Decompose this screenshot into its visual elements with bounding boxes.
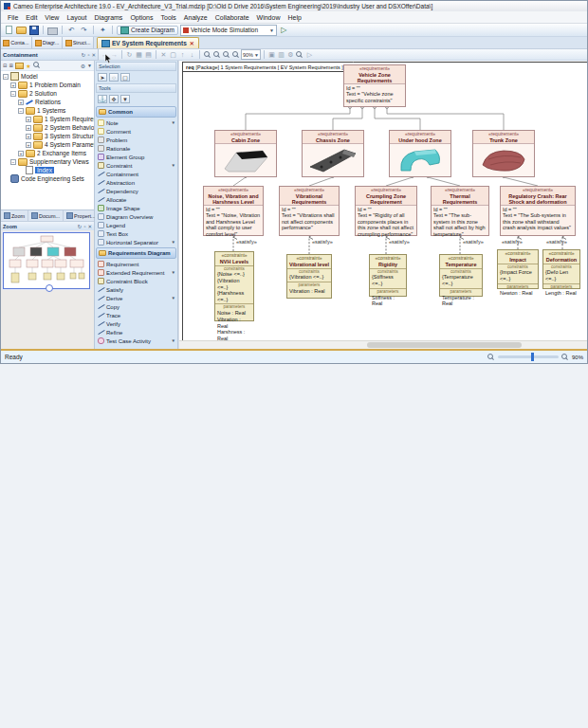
folder-icon[interactable] xyxy=(15,63,24,69)
undo-icon[interactable]: ↶ xyxy=(66,26,77,35)
req-box-vehicle-zone[interactable]: «requirement»Vehicle Zone Requirements I… xyxy=(343,64,406,107)
zoom-slider[interactable] xyxy=(498,355,559,358)
move-up-icon[interactable]: ↑ xyxy=(178,50,187,60)
toolbox-item[interactable]: Extended Requirement ▼ xyxy=(96,268,176,277)
zoom-viewport[interactable] xyxy=(3,232,90,289)
move-down-icon[interactable]: ↓ xyxy=(188,50,196,60)
req-box-under-hood-zone[interactable]: «requirement»Under hood Zone xyxy=(389,130,451,177)
side-bottom-tab[interactable]: Docum... xyxy=(28,210,64,221)
search-icon[interactable] xyxy=(296,50,304,60)
zoom-out-icon[interactable] xyxy=(212,50,221,60)
left-panel-tab[interactable]: Diagr... xyxy=(32,37,64,48)
redo-icon[interactable]: ↷ xyxy=(79,26,89,35)
toolbox-item[interactable]: ▼ ▼ xyxy=(96,345,176,349)
toolbox-item[interactable]: Note ▼ xyxy=(96,118,176,127)
select-cursor-tool[interactable]: ➤ xyxy=(98,73,107,82)
close-icon[interactable]: ✕ xyxy=(87,224,92,229)
tree-item[interactable]: Model xyxy=(1,72,94,81)
satisfy-label[interactable]: «satisfy» xyxy=(502,239,523,245)
toolbox-item[interactable]: Requirement ▼ xyxy=(96,260,176,268)
req-box-chassis-zone[interactable]: «requirement»Chassis Zone xyxy=(302,130,364,177)
tree-item[interactable]: 2 System Behavior xyxy=(1,123,94,132)
filter-tool[interactable]: ▼ xyxy=(120,95,130,103)
expand-toggle-icon[interactable] xyxy=(18,151,24,156)
toolbox-item[interactable]: Horizontal Separator ▼ xyxy=(96,238,176,246)
toolbox-item[interactable]: Legend ▼ xyxy=(96,221,176,229)
pin-icon[interactable]: ▫ xyxy=(83,224,85,229)
toolbox-item[interactable]: Allocate ▼ xyxy=(96,195,176,204)
pan-tool[interactable]: ✥ xyxy=(109,95,119,103)
expand-toggle-icon[interactable] xyxy=(3,176,9,182)
tree-item[interactable]: Index xyxy=(1,166,94,174)
favorites-icon[interactable]: ★ xyxy=(26,63,30,69)
menu-item[interactable]: View xyxy=(41,13,63,22)
satisfy-label[interactable]: «satisfy» xyxy=(546,239,567,245)
chevron-down-icon[interactable]: ▼ xyxy=(87,63,92,68)
close-icon[interactable]: ✕ xyxy=(91,52,96,58)
toolbox-item[interactable]: Dependency ▼ xyxy=(96,187,176,195)
toolbox-item[interactable]: Verify ▼ xyxy=(96,319,176,328)
toolbox-item[interactable]: Satisfy ▼ xyxy=(96,285,176,294)
constraint-box-vibrational-level[interactable]: «constraint»Vibrational level constraint… xyxy=(286,254,332,299)
gear-icon[interactable]: ⚙ xyxy=(81,63,85,69)
req-box-vibrational[interactable]: «requirement»Vibrational Requirements Id… xyxy=(279,186,340,236)
grid-icon[interactable]: ▦ xyxy=(135,50,143,60)
zoom-fit-icon[interactable] xyxy=(222,50,230,60)
collapse-all-icon[interactable]: ⊟ xyxy=(3,63,8,68)
toolbox-item[interactable]: Text Box ▼ xyxy=(96,229,176,238)
new-project-icon[interactable] xyxy=(4,26,14,35)
lasso-tool[interactable]: ◌ xyxy=(109,73,119,82)
menu-item[interactable]: Collaborate xyxy=(211,13,253,22)
toolbox-item[interactable]: Constraint ▼ xyxy=(96,161,176,170)
expand-toggle-icon[interactable] xyxy=(26,117,31,122)
toolbox-item[interactable]: Copy ▼ xyxy=(96,302,176,311)
zoom-level-select[interactable]: 90%▼ xyxy=(241,49,261,60)
toolbox-item[interactable]: Constraint Block ▼ xyxy=(96,277,176,285)
req-box-crumpling[interactable]: «requirement»Crumpling Zone Requirement … xyxy=(355,186,417,236)
open-project-icon[interactable] xyxy=(16,26,27,35)
expand-toggle-icon[interactable] xyxy=(26,134,31,139)
expand-toggle-icon[interactable] xyxy=(3,74,9,80)
constraint-box-temperature[interactable]: «constraint»Temperature constraints {Tem… xyxy=(439,254,483,297)
menu-item[interactable]: Options xyxy=(126,13,156,22)
search-icon[interactable] xyxy=(33,62,41,69)
tree-item[interactable]: 1 System Requirements xyxy=(1,115,94,123)
expand-toggle-icon[interactable] xyxy=(26,125,31,131)
layers-icon[interactable]: ▤ xyxy=(144,50,153,60)
left-panel-tab[interactable]: Struct... xyxy=(63,37,94,48)
tree-item[interactable]: 1 Systems xyxy=(1,106,94,115)
scrollbar-thumb[interactable] xyxy=(367,342,522,348)
zoom-out-icon[interactable] xyxy=(487,354,495,361)
satisfy-label[interactable]: «satisfy» xyxy=(312,239,333,245)
sticky-tool[interactable]: ⚓ xyxy=(98,95,107,103)
req-box-cabin-zone[interactable]: «requirement»Cabin Zone xyxy=(214,130,277,177)
toolbox-item[interactable]: Common ▼ xyxy=(96,106,176,118)
menu-item[interactable]: Diagrams xyxy=(90,13,126,22)
tree-item[interactable]: Relations xyxy=(1,98,94,106)
tree-item[interactable]: Code Engineering Sets xyxy=(1,174,94,183)
resize-handle[interactable] xyxy=(46,284,53,292)
print-icon[interactable] xyxy=(47,26,58,35)
menu-item[interactable]: Layout xyxy=(63,13,90,22)
toolbox-item[interactable]: Containment ▼ xyxy=(96,170,176,178)
constraint-box-impact[interactable]: «constraint»Impact constraints {Impact F… xyxy=(497,249,539,289)
zoom-in-icon[interactable] xyxy=(203,50,211,60)
save-icon[interactable] xyxy=(28,26,39,35)
run-icon[interactable]: ▷ xyxy=(305,50,314,60)
expand-toggle-icon[interactable] xyxy=(10,91,16,97)
constraint-box-deformation[interactable]: «constraint»Deformation constraints {Def… xyxy=(542,249,580,289)
refresh-diagram-icon[interactable]: ↻ xyxy=(125,50,134,60)
tree-item[interactable]: 1 Problem Domain xyxy=(1,81,94,89)
title-bar[interactable]: Cameo Enterprise Architecture 19.0 - EV_… xyxy=(1,1,587,11)
menu-item[interactable]: Window xyxy=(253,13,285,22)
validation-icon[interactable]: ✦ xyxy=(98,26,108,35)
expand-all-icon[interactable]: ⊞ xyxy=(9,63,14,68)
req-box-trunk-zone[interactable]: «requirement»Trunk Zone xyxy=(472,130,535,177)
refresh-icon[interactable]: ↻ xyxy=(78,224,83,229)
delete-icon[interactable]: ✕ xyxy=(159,50,168,60)
side-bottom-tab[interactable]: Zoom xyxy=(1,210,28,221)
menu-item[interactable]: Analyze xyxy=(180,13,211,22)
close-icon[interactable]: ✕ xyxy=(190,40,194,46)
expand-toggle-icon[interactable] xyxy=(10,82,16,88)
horizontal-scrollbar[interactable] xyxy=(179,340,587,349)
